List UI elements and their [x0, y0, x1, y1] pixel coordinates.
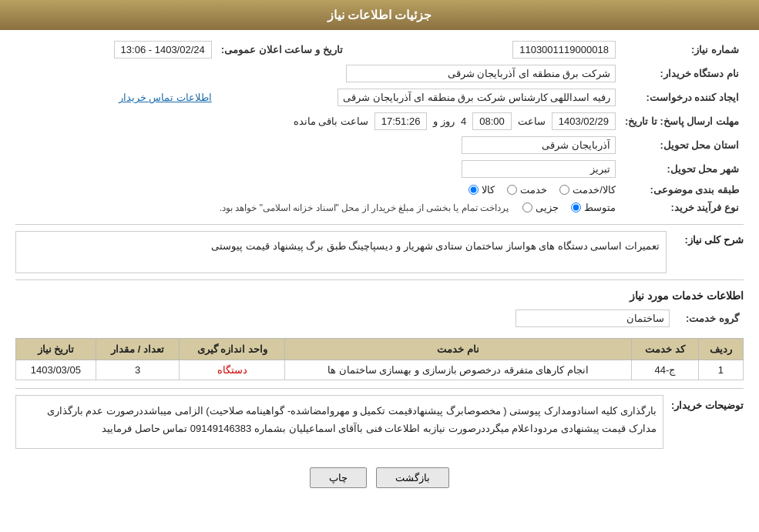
- cell-nam: انجام کارهای متفرقه درخصوص بازسازی و بهس…: [285, 360, 632, 380]
- mohlat-saat-mande: 17:51:26: [374, 112, 428, 130]
- button-row: بازگشت چاپ: [15, 467, 744, 488]
- service-group-table: گروه خدمت: ساختمان: [15, 306, 744, 330]
- ijadKonande-value: رفیه اسداللهی کارشناس شرکت برق منطقه ای …: [338, 89, 616, 106]
- mohlat-roz: 4: [461, 115, 466, 127]
- noeFarayand-row: جزیی متوسط پرداخت تمام یا بخشی از مبلغ خ…: [20, 202, 616, 213]
- ostan-label: استان محل تحویل:: [620, 133, 744, 157]
- col-kod: کد خدمت: [632, 339, 699, 360]
- cell-radif: 1: [698, 360, 743, 380]
- main-content: شماره نیاز: 1103001119000018 تاریخ و ساع…: [0, 30, 759, 507]
- sharhNiaz-value: تعمیرات اساسی دستگاه های هواساز ساختمان …: [15, 231, 667, 273]
- mohlat-date: 1403/02/29: [552, 112, 616, 130]
- shomareNiaz-label: شماره نیاز:: [620, 38, 744, 62]
- noeFarayand-label: نوع فرآیند خرید:: [620, 199, 744, 216]
- tabaqe-radio-group: کالا خدمت کالا/خدمت: [20, 184, 616, 196]
- cell-kod: ج-44: [632, 360, 699, 380]
- back-button[interactable]: بازگشت: [376, 467, 449, 488]
- col-radif: ردیف: [698, 339, 743, 360]
- tabaqe-kala-khedmat-label: کالا/خدمت: [573, 184, 616, 196]
- shomareNiaz-value: 1103001119000018: [512, 41, 616, 59]
- header-title: جزئیات اطلاعات نیاز: [327, 8, 432, 22]
- mohlat-row: 1403/02/29 ساعت 08:00 4 روز و 17:51:26 س…: [20, 112, 616, 130]
- page-header: جزئیات اطلاعات نیاز: [0, 0, 759, 30]
- shahr-value: تبریز: [462, 160, 616, 178]
- tabaqe-khedmat-item[interactable]: خدمت: [507, 184, 547, 196]
- mohlat-roz-label: روز و: [433, 115, 455, 127]
- separator-3: [15, 388, 744, 389]
- table-row: 1 ج-44 انجام کارهای متفرقه درخصوص بازساز…: [16, 360, 744, 380]
- cell-tedad: 3: [96, 360, 180, 380]
- mohlat-saat-mande-label: ساعت باقی مانده: [294, 115, 368, 127]
- tosih-section: توضیحات خریدار: بارگذاری کلیه اسنادومدار…: [15, 395, 744, 457]
- tabaqe-kala-khedmat-radio[interactable]: [559, 185, 569, 195]
- noeFarayand-radio-group: جزیی متوسط: [522, 202, 616, 213]
- tabaqe-kala-khedmat-item[interactable]: کالا/خدمت: [559, 184, 616, 196]
- mohlat-label: مهلت ارسال پاسخ: تا تاریخ:: [620, 109, 744, 133]
- noeFarayand-moto-label: متوسط: [584, 202, 616, 213]
- tabaqe-label: طبقه بندی موضوعی:: [620, 181, 744, 199]
- tabaqe-kala-radio[interactable]: [468, 185, 479, 195]
- noeFarayand-moto-item[interactable]: متوسط: [571, 202, 616, 213]
- ijaKonande-link[interactable]: اطلاعات تماس خریدار: [119, 92, 212, 103]
- service-table: ردیف کد خدمت نام خدمت واحد اندازه گیری ت…: [15, 338, 744, 380]
- tabaqe-khedmat-label: خدمت: [520, 184, 547, 196]
- col-nam: نام خدمت: [285, 339, 632, 360]
- tosihKharidar-value: بارگذاری کلیه اسنادومدارک پیوستی ( مخصوص…: [15, 395, 663, 449]
- tabaqe-kala-label: کالا: [482, 184, 495, 196]
- tosihKharidar-label: توضیحات خریدار:: [671, 395, 744, 411]
- mohlat-saat: 08:00: [472, 112, 512, 130]
- page-wrapper: جزئیات اطلاعات نیاز شماره نیاز: 11030011…: [0, 0, 759, 532]
- noeFarayand-jozi-radio[interactable]: [522, 202, 532, 212]
- infoSection-label: اطلاعات خدمات مورد نیاز: [15, 289, 744, 302]
- tarikhElan-label: تاریخ و ساعت اعلان عمومی:: [217, 38, 348, 62]
- col-vahed: واحد اندازه گیری: [180, 339, 285, 360]
- ostan-value: آذربایجان شرقی: [462, 136, 616, 154]
- goroh-value: ساختمان: [516, 309, 670, 327]
- noeFarayand-jozi-item[interactable]: جزیی: [522, 202, 559, 213]
- mohlat-saat-label: ساعت: [518, 115, 546, 127]
- tabaqe-kala-item[interactable]: کالا: [468, 184, 495, 196]
- tabaqe-khedmat-radio[interactable]: [507, 185, 517, 195]
- col-tedad: تعداد / مقدار: [96, 339, 180, 360]
- cell-tarikh: 1403/03/05: [16, 360, 96, 380]
- noeFarayand-jozi-label: جزیی: [536, 202, 559, 213]
- cell-vahed: دستگاه: [180, 360, 285, 380]
- ijadKonande-label: ایجاد کننده درخواست:: [620, 85, 744, 109]
- info-table-top: شماره نیاز: 1103001119000018 تاریخ و ساع…: [15, 38, 744, 216]
- sharhNiaz-label: شرح کلی نیاز:: [674, 231, 744, 246]
- namDastgah-value: شرکت برق منطقه ای آذربایجان شرقی: [346, 65, 616, 82]
- col-tarikh: تاریخ نیاز: [16, 339, 96, 360]
- namDastgah-label: نام دستگاه خریدار:: [620, 62, 744, 85]
- noeFarayand-note: پرداخت تمام یا بخشی از مبلغ خریدار از مح…: [220, 202, 509, 213]
- shahr-label: شهر محل تحویل:: [620, 157, 744, 181]
- goroh-label: گروه خدمت:: [674, 306, 744, 330]
- sharh-niaz-section: شرح کلی نیاز: تعمیرات اساسی دستگاه های ه…: [15, 231, 744, 273]
- tarikhElan-value: 1403/02/24 - 13:06: [114, 41, 212, 59]
- print-button[interactable]: چاپ: [310, 467, 367, 488]
- separator-1: [15, 224, 744, 225]
- noeFarayand-moto-radio[interactable]: [571, 202, 581, 212]
- separator-2: [15, 279, 744, 280]
